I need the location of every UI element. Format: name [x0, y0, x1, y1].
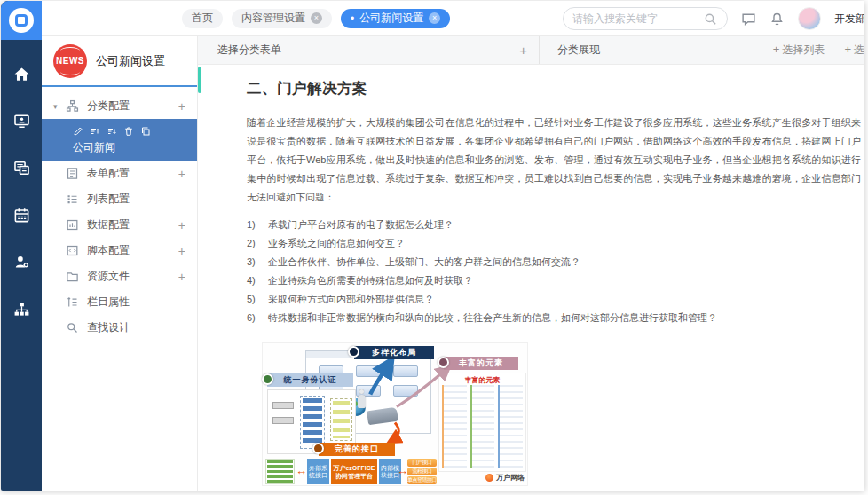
tab-home[interactable]: 首页 — [182, 9, 223, 28]
label-complete-interface: 完善的接口 — [319, 443, 395, 456]
news-logo: NEWS — [53, 44, 87, 78]
doc-heading: 二、门户解决方案 — [247, 79, 840, 98]
tab-content-settings[interactable]: 内容管理设置 × — [232, 9, 332, 28]
bell-icon[interactable] — [769, 12, 785, 27]
sort-up-icon[interactable] — [90, 126, 100, 137]
sidebar-item-category-config[interactable]: ▾ 分类配置 + — [42, 93, 197, 119]
person-illustration — [358, 389, 366, 409]
add-data-button[interactable]: + — [178, 218, 185, 232]
tab-company-news-settings[interactable]: • 公司新闻设置 × — [341, 9, 450, 28]
form-icon — [66, 167, 79, 180]
tab-company-news-label: 公司新闻设置 — [359, 11, 423, 26]
sidebar-item-company-news-selected[interactable]: 公司新闻 — [42, 119, 197, 161]
list-item: 3)企业合作伙伴、协作单位、上级部门、大的客户群之间的信息如何交流？ — [247, 253, 840, 271]
scrollbar-thumb[interactable] — [198, 67, 201, 93]
module-header: NEWS 公司新闻设置 — [42, 36, 197, 87]
sidebar-item-data-config[interactable]: ▾ 数据配置 + — [42, 212, 197, 238]
sidebar-item-label: 分类配置 — [87, 98, 178, 114]
sso-interface-label: 单点登陆接口 — [407, 476, 437, 484]
selected-category-label: 公司新闻 — [73, 140, 186, 155]
label-diverse-layout: 多样化布局 — [354, 346, 434, 359]
meeting-icon[interactable] — [12, 112, 30, 130]
badge-icon — [262, 373, 273, 385]
vendor-logo-icon — [485, 474, 493, 482]
copy-icon[interactable] — [140, 126, 151, 137]
caret-down-icon[interactable]: ▾ — [53, 102, 66, 111]
content-area: 选择分类表单 + 分类展现 +选择列表 +选择 二、门户解决方案 随着企业经营规… — [198, 36, 864, 491]
portal-interface-label: 门户接口 — [407, 459, 437, 467]
app-logo-icon — [9, 8, 34, 33]
data-chart-icon — [66, 218, 79, 232]
list-item: 1)承载门户平台对原有的电子数据怎么处理？ — [247, 216, 840, 234]
account-list — [330, 398, 352, 441]
label-rich-elements: 丰富的元素 — [444, 357, 518, 370]
app-logo[interactable] — [1, 1, 42, 40]
add-script-button[interactable]: + — [178, 244, 185, 258]
breadcrumb-tabs: 首页 内容管理设置 × • 公司新闻设置 × — [182, 9, 450, 28]
calendar-icon[interactable] — [12, 206, 30, 224]
message-icon[interactable] — [741, 12, 756, 27]
platform-box: 万户ezOFFICE协同管理平台 — [331, 459, 377, 484]
sidebar-item-label: 表单配置 — [87, 166, 178, 181]
delete-icon[interactable] — [123, 126, 134, 137]
system-list — [300, 396, 325, 449]
topbar: 首页 内容管理设置 × • 公司新闻设置 × — [42, 1, 864, 36]
close-icon[interactable]: × — [311, 12, 322, 24]
tab-content-settings-label: 内容管理设置 — [241, 11, 305, 26]
module-list — [265, 459, 295, 484]
tree-icon — [66, 99, 79, 113]
script-icon — [66, 244, 79, 257]
content-header: 选择分类表单 + 分类展现 +选择列表 +选择 — [198, 36, 864, 65]
sidebar-item-label: 栏目属性 — [87, 295, 185, 310]
home-icon[interactable] — [12, 65, 30, 82]
sort-down-icon[interactable] — [107, 126, 117, 137]
screen: 首页 内容管理设置 × • 公司新闻设置 × — [0, 0, 868, 495]
solution-diagram-image: 丰富的元素 多样化布局 统一身份认证 丰富的元素 — [262, 342, 528, 486]
document-preview: 二、门户解决方案 随着企业经营规模的扩大，大规模的集团公司在信息化的过程中，已经… — [198, 65, 864, 491]
badge-icon — [312, 443, 324, 454]
doc-paragraph: 随着企业经营规模的扩大，大规模的集团公司在信息化的过程中，已经针对业务工作建设了… — [247, 114, 861, 207]
nav-rail — [1, 1, 42, 491]
sidebar-item-search-design[interactable]: ▾ 查找设计 — [42, 315, 197, 341]
content-icon[interactable] — [12, 159, 30, 177]
close-icon[interactable]: × — [429, 12, 440, 24]
edit-icon[interactable] — [73, 126, 83, 137]
search-box — [563, 7, 728, 30]
org-icon[interactable] — [12, 300, 30, 318]
panel-category-display: 分类展现 +选择列表 +选择 — [540, 36, 864, 64]
search-input[interactable] — [572, 12, 698, 25]
search-icon[interactable] — [703, 12, 718, 27]
label-unified-identity: 统一身份认证 — [267, 373, 353, 387]
interface-buttons: 门户接口 流程接口 单点登陆接口 — [407, 459, 437, 484]
sidebar-item-script-config[interactable]: ▾ 脚本配置 + — [42, 238, 197, 263]
add-category-button[interactable]: + — [178, 99, 185, 114]
attributes-icon — [66, 295, 79, 309]
add-category-form-button[interactable]: + — [519, 43, 527, 58]
sidebar-item-label: 列表配置 — [87, 192, 185, 207]
select-list-button[interactable]: +选择列表 — [773, 43, 825, 58]
external-interface-box: 外部系统接口 — [307, 459, 329, 484]
sidebar-item-label: 查找设计 — [87, 320, 185, 335]
avatar[interactable] — [798, 7, 821, 30]
flow-interface-label: 流程接口 — [407, 468, 437, 475]
panel-select-category-form: 选择分类表单 + — [198, 36, 540, 64]
add-form-button[interactable]: + — [178, 167, 185, 181]
sidebar-item-form-config[interactable]: ▾ 表单配置 + — [42, 161, 197, 186]
add-resource-button[interactable]: + — [178, 270, 185, 284]
sidebar-item-column-attributes[interactable]: ▾ 栏目属性 — [42, 289, 197, 315]
vendor-logo: 万户网络 — [485, 473, 525, 483]
sidebar-item-list-config[interactable]: ▾ 列表配置 — [42, 186, 197, 212]
sidebar: NEWS 公司新闻设置 ▾ 分类配置 + 公司新闻 ▾ — [42, 36, 198, 491]
app-window: 首页 内容管理设置 × • 公司新闻设置 × — [1, 1, 864, 491]
list-item: 2)业务系统之间的信息如何交互？ — [247, 234, 840, 253]
select-more-button[interactable]: +选择 — [844, 43, 864, 58]
badge-icon — [348, 346, 359, 358]
sidebar-item-resource-files[interactable]: ▾ 资源文件 + — [42, 263, 197, 289]
username[interactable]: 开发部肖 — [834, 12, 864, 27]
sidebar-menu: ▾ 分类配置 + 公司新闻 ▾ 表单配置 + — [42, 87, 197, 341]
list-item: 5)采取何种方式向内部和外部提供信息？ — [247, 290, 840, 309]
folder-icon — [66, 270, 79, 283]
list-item: 4)企业特殊角色所需要的特殊信息如何及时获取？ — [247, 271, 840, 290]
tab-home-label: 首页 — [192, 11, 213, 26]
user-admin-icon[interactable] — [12, 253, 30, 271]
